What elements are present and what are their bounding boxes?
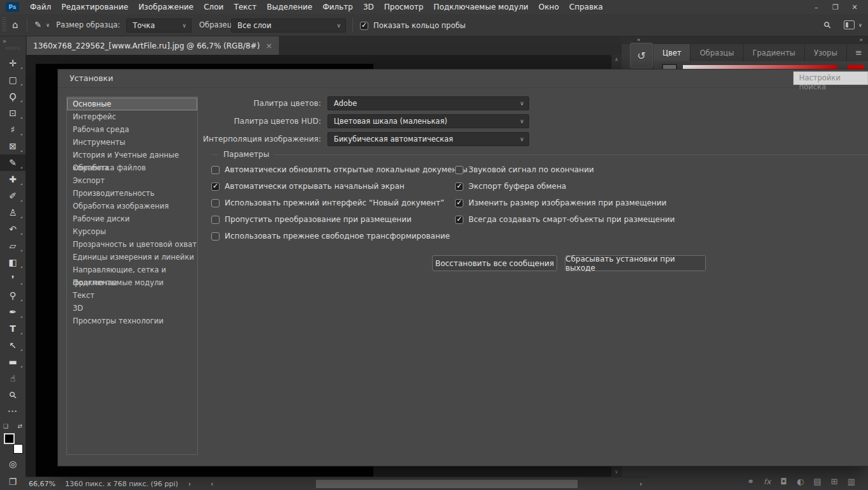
eyedropper-tool-icon[interactable]: ✎ [34,20,41,29]
horizontal-scrollbar-thumb[interactable] [316,480,578,488]
eyedropper-tool[interactable]: ✎ [0,154,26,171]
sidebar-item-transparency-gamut[interactable]: Прозрачность и цветовой охват [67,238,197,251]
tab-color[interactable]: Цвет [654,44,691,61]
home-icon[interactable]: ⌂ [12,19,19,31]
search-icon[interactable]: ⚲ [821,19,834,31]
zoom-level[interactable]: 66,67% [29,480,56,488]
checkbox-box[interactable] [455,199,463,207]
quick-mask-button[interactable]: ◎ [0,459,26,469]
checkbox-box[interactable] [211,232,220,241]
checkbox-box[interactable] [211,199,220,207]
hscroll-right-icon[interactable]: › [640,480,642,488]
color-picker-select[interactable]: Adobe ∨ [327,96,529,110]
sample-select[interactable]: Все слои ∨ [231,19,346,33]
menu-help[interactable]: Справка [564,0,608,14]
sidebar-item-file-handling[interactable]: Обработка файлов [67,161,197,174]
menu-edit[interactable]: Редактирование [56,0,133,14]
sidebar-item-performance[interactable]: Производительность [67,187,197,200]
sidebar-item-history-content-credentials[interactable]: История и Учетные данные контента [67,149,197,161]
collapse-panels-icon[interactable]: « [637,36,641,43]
image-interpolation-select[interactable]: Бикубическая автоматическая ∨ [327,132,529,146]
document-tab[interactable]: 1360x768_229562_[www.ArtFile.ru].jpg @ 6… [27,36,279,55]
sidebar-item-export[interactable]: Экспорт [67,174,197,187]
eraser-tool[interactable]: ▱ [0,237,26,254]
status-chevron-icon[interactable]: › [188,480,191,488]
menu-view[interactable]: Просмотр [379,0,429,14]
default-colors-icon[interactable]: ❏ [3,423,8,429]
reset-all-warnings-button[interactable]: Восстановить все сообщения [432,255,557,271]
checkbox-box[interactable] [455,216,463,224]
hscroll-left-icon[interactable]: ‹ [211,480,213,488]
tab-gradients[interactable]: Градиенты [744,44,805,61]
eyedropper-chevron-icon[interactable]: ∨ [46,22,50,28]
history-brush-tool[interactable]: ↶ [0,221,26,237]
show-sampling-ring-checkbox[interactable]: Показать кольцо пробы [360,21,466,30]
move-tool[interactable]: ✛ [0,55,26,71]
crop-tool[interactable]: ♯ [0,121,26,138]
checkbox-box[interactable] [360,22,368,30]
menu-filter[interactable]: Фильтр [317,0,357,14]
pen-tool[interactable]: ✒ [0,304,26,320]
adjustment-layer-icon[interactable]: ◐ [797,477,804,486]
scroll-up-icon[interactable]: ∧ [611,57,622,63]
link-layers-icon[interactable]: ⚭ [747,477,754,486]
sidebar-item-type[interactable]: Текст [67,289,197,302]
minimize-icon[interactable]: – [807,0,826,14]
sidebar-item-cursors[interactable]: Курсоры [67,225,197,238]
checkbox-box[interactable] [211,166,220,174]
sidebar-item-scratch-disks[interactable]: Рабочие диски [67,212,197,225]
menu-image[interactable]: Изображение [133,0,198,14]
restore-icon[interactable]: ❐ [826,0,845,14]
resize-image-during-place-row[interactable]: Изменить размер изображения при размещен… [455,198,675,207]
menu-window[interactable]: Окно [534,0,564,14]
sidebar-item-technology-previews[interactable]: Просмотры технологии [67,315,197,327]
layer-mask-icon[interactable]: ◘ [781,477,787,486]
skip-transform-when-placing-row[interactable]: Пропустить преобразование при размещении [211,215,467,224]
rectangle-tool[interactable]: ▬ [0,353,26,370]
sidebar-item-units-rulers[interactable]: Единицы измерения и линейки [67,251,197,264]
reset-preferences-on-quit-button[interactable]: Сбрасывать установки при выходе [565,255,706,271]
new-group-icon[interactable]: ▤ [814,477,821,486]
tab-patterns[interactable]: Узоры [805,44,847,61]
menu-file[interactable]: Файл [25,0,56,14]
clone-stamp-tool[interactable]: ♙ [0,204,26,221]
beep-when-done-row[interactable]: Звуковой сигнал по окончании [455,165,675,174]
object-selection-tool[interactable]: ⊡ [0,105,26,121]
menu-plugins[interactable]: Подключаемые модули [428,0,534,14]
workspace-icon[interactable] [844,20,855,29]
screen-mode-button[interactable]: ❐ [0,477,26,487]
sidebar-item-plugins[interactable]: Подключаемые модули [67,276,197,289]
rectangular-marquee-tool[interactable]: ▢ [0,71,26,88]
close-icon[interactable]: ✕ [845,0,864,14]
healing-brush-tool[interactable]: ✚ [0,171,26,188]
history-panel-button[interactable]: ↺ [630,43,653,68]
menu-layer[interactable]: Слои [198,0,228,14]
scroll-down-icon[interactable]: ∨ [611,469,622,475]
swap-colors-icon[interactable]: ⇄ [17,423,22,429]
legacy-free-transform-row[interactable]: Использовать прежнее свободное трансформ… [211,232,467,241]
toolbar-collapse-icon[interactable]: » [3,38,6,45]
delete-layer-icon[interactable]: ▥ [848,477,855,486]
dodge-tool[interactable]: ⚲ [0,287,26,304]
brush-tool[interactable]: ✐ [0,188,26,204]
path-selection-tool[interactable]: ↖ [0,337,26,353]
export-clipboard-row[interactable]: Экспорт буфера обмена [455,182,675,191]
zoom-tool[interactable]: ⚲ [0,387,26,403]
menu-3d[interactable]: 3D [358,0,379,14]
auto-show-home-screen-row[interactable]: Автоматически открывать начальный экран [211,182,467,191]
auto-update-open-documents-row[interactable]: Автоматически обновлять открытые локальн… [211,165,467,174]
sample-size-select[interactable]: Точка ∨ [126,19,191,33]
lasso-tool[interactable]: Ϙ [0,88,26,105]
menu-select[interactable]: Выделение [262,0,317,14]
legacy-new-document-row[interactable]: Использовать прежний интерфейс “Новый до… [211,198,467,207]
always-create-smart-objects-row[interactable]: Всегда создавать смарт-объекты при разме… [455,215,675,224]
menu-type[interactable]: Текст [228,0,262,14]
hud-color-picker-select[interactable]: Цветовая шкала (маленькая) ∨ [327,114,529,128]
foreground-color-swatch[interactable] [4,433,15,444]
tab-swatches[interactable]: Образцы [691,44,744,61]
layer-effects-icon[interactable]: fx [764,477,771,486]
tab-close-icon[interactable]: × [266,41,273,50]
collapse-panels-icon[interactable]: » [859,36,863,43]
type-tool[interactable]: T [0,320,26,337]
new-layer-icon[interactable]: ⊞ [831,477,838,486]
